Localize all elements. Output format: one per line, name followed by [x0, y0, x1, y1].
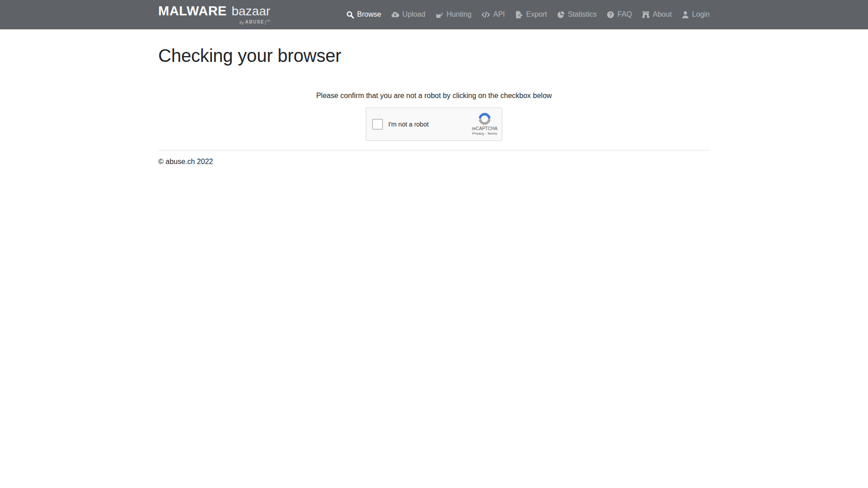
- nav-item-api[interactable]: API: [476, 10, 510, 19]
- recaptcha-privacy-link[interactable]: Privacy: [472, 131, 484, 136]
- top-navbar: MALWARE bazaar byABUSE|ch Browse Upload: [0, 0, 868, 29]
- page-title: Checking your browser: [158, 46, 710, 66]
- main-content: Checking your browser Please confirm tha…: [158, 46, 710, 166]
- cat-icon: [435, 11, 443, 19]
- nav-item-upload[interactable]: Upload: [386, 10, 430, 19]
- captcha-instruction: Please confirm that you are not a robot …: [158, 92, 710, 100]
- brand-byline: byABUSE|ch: [158, 19, 270, 24]
- nav-item-about[interactable]: About: [637, 10, 677, 19]
- footer-divider: [158, 150, 710, 150]
- archway-icon: [642, 11, 650, 19]
- recaptcha-links: Privacy - Terms: [472, 131, 498, 136]
- code-icon: [481, 11, 490, 18]
- file-export-icon: [515, 11, 523, 19]
- brand-logo[interactable]: MALWARE bazaar byABUSE|ch: [158, 5, 270, 24]
- main-nav: Browse Upload Hunting API: [341, 10, 710, 19]
- user-icon: [682, 11, 689, 19]
- nav-item-hunting[interactable]: Hunting: [430, 10, 476, 19]
- recaptcha-branding: reCAPTCHA Privacy - Terms: [472, 112, 498, 136]
- nav-item-login[interactable]: Login: [677, 10, 710, 19]
- question-circle-icon: ?: [607, 11, 614, 19]
- footer-copyright: © abuse.ch 2022: [158, 158, 710, 166]
- nav-item-browse[interactable]: Browse: [341, 10, 386, 19]
- cloud-upload-icon: [391, 11, 399, 18]
- nav-item-faq[interactable]: ? FAQ: [602, 10, 637, 19]
- recaptcha-widget: I'm not a robot reCAPTCHA Privacy - Term…: [366, 108, 502, 141]
- recaptcha-logo-icon: [472, 112, 498, 126]
- svg-text:?: ?: [609, 12, 612, 17]
- recaptcha-label: I'm not a robot: [388, 121, 429, 128]
- brand-title: MALWARE bazaar: [158, 5, 270, 18]
- brand-title-bold: MALWARE: [158, 4, 227, 18]
- brand-title-light: bazaar: [231, 4, 270, 18]
- recaptcha-brand-text: reCAPTCHA: [472, 126, 498, 131]
- recaptcha-terms-link[interactable]: Terms: [487, 131, 497, 136]
- pie-chart-icon: [557, 11, 565, 19]
- search-icon: [346, 11, 354, 19]
- nav-item-statistics[interactable]: Statistics: [552, 10, 602, 19]
- recaptcha-checkbox[interactable]: [372, 119, 383, 130]
- recaptcha-link-separator: -: [485, 131, 486, 136]
- nav-item-export[interactable]: Export: [510, 10, 552, 19]
